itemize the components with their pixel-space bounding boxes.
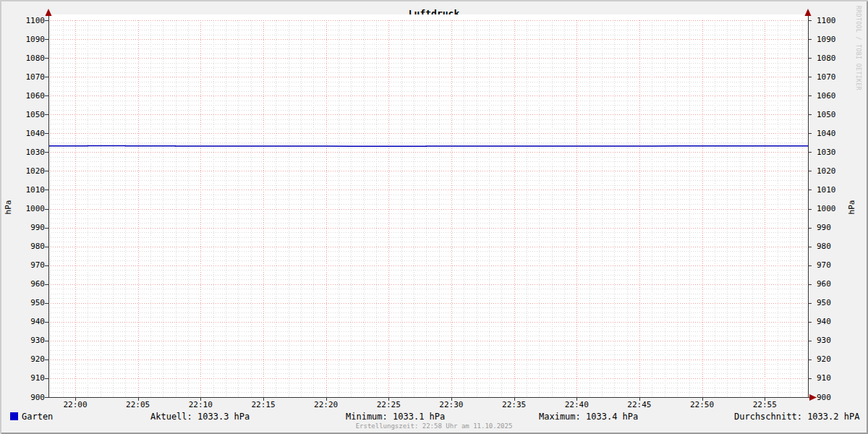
pressure-line <box>49 145 808 146</box>
y-tick-label-right: 970 <box>817 260 849 270</box>
x-tick-label: 22:25 <box>370 400 407 409</box>
y-tick-label-left: 940 <box>0 317 45 326</box>
y-tick-label-right: 920 <box>817 354 849 364</box>
y-tick-label-left: 990 <box>0 223 45 232</box>
y-tick-label-left: 1030 <box>0 148 45 157</box>
x-tick-label: 22:55 <box>746 400 783 409</box>
x-tick-label: 22:10 <box>182 400 218 409</box>
y-tick-label-right: 960 <box>817 279 849 289</box>
x-axis-arrow <box>809 394 817 401</box>
y-tick-label-right: 1040 <box>817 129 849 138</box>
y-tick-label-left: 910 <box>0 373 45 383</box>
y-axis-arrow-right <box>805 9 812 16</box>
y-tick-label-right: 1090 <box>817 35 849 44</box>
x-tick-label: 22:45 <box>621 400 658 409</box>
legend-aktuell: Aktuell: 1033.3 hPa <box>150 412 250 422</box>
y-tick-label-right: 1070 <box>817 72 849 82</box>
y-tick-label-left: 1020 <box>0 166 45 176</box>
x-tick-label: 22:50 <box>684 400 720 409</box>
legend-durchschnitt: Durchschnitt: 1033.2 hPA <box>734 412 859 422</box>
y-tick-label-right: 980 <box>817 242 849 251</box>
rrdtool-pressure-graph: Luftdruck 900910920930940950960970980990… <box>0 0 868 434</box>
y-tick-label-left: 980 <box>0 242 45 251</box>
y-tick-label-right: 950 <box>817 298 849 307</box>
x-tick-label: 22:20 <box>308 400 344 409</box>
y-tick-label-right: 1010 <box>817 185 849 195</box>
x-tick-label: 22:15 <box>245 400 281 409</box>
y-tick-label-left: 920 <box>0 354 45 364</box>
y-tick-label-left: 1010 <box>0 185 45 195</box>
y-tick-label-left: 1050 <box>0 110 45 119</box>
y-tick-label-left: 1100 <box>0 16 45 25</box>
y-tick-label-right: 1000 <box>817 204 849 213</box>
legend-maximum: Maximum: 1033.4 hPa <box>539 412 638 422</box>
x-tick-label: 22:30 <box>433 400 469 409</box>
x-tick-label: 22:00 <box>57 400 93 409</box>
y-tick-label-left: 1040 <box>0 129 45 138</box>
y-tick-label-right: 1050 <box>817 110 849 119</box>
y-tick-label-left: 930 <box>0 336 45 345</box>
rrdtool-watermark: RRDTOOL / TOBI OETIKER <box>855 6 861 90</box>
y-tick-label-right: 1030 <box>817 148 849 157</box>
y-tick-label-left: 1060 <box>0 91 45 101</box>
x-tick-label: 22:35 <box>496 400 532 409</box>
y-tick-label-left: 1070 <box>0 72 45 82</box>
y-tick-label-right: 990 <box>817 223 849 232</box>
y-tick-label-left: 950 <box>0 298 45 307</box>
plot-area <box>0 0 868 434</box>
x-tick-label: 22:05 <box>120 400 156 409</box>
series-swatch <box>10 412 18 420</box>
y-tick-label-right: 930 <box>817 336 849 345</box>
y-axis-unit-right: hPa <box>847 197 856 218</box>
y-tick-label-right: 1020 <box>817 166 849 176</box>
y-tick-label-left: 1090 <box>0 35 45 44</box>
y-tick-label-right: 1080 <box>817 54 849 63</box>
y-axis-arrow-left <box>46 9 52 16</box>
y-axis-unit-left: hPa <box>4 197 13 218</box>
y-tick-label-left: 960 <box>0 279 45 289</box>
creation-time: Erstellungszeit: 22:58 Uhr am 11.10.2025 <box>0 422 868 430</box>
x-tick-label: 22:40 <box>558 400 595 409</box>
y-tick-label-right: 940 <box>817 317 849 326</box>
y-tick-label-right: 1060 <box>817 91 849 101</box>
y-tick-label-right: 910 <box>817 373 849 383</box>
legend-minimum: Minimum: 1033.1 hPa <box>346 412 445 422</box>
y-tick-label-left: 970 <box>0 260 45 270</box>
y-tick-label-left: 900 <box>0 393 45 402</box>
y-tick-label-right: 1100 <box>817 16 849 25</box>
y-tick-label-left: 1080 <box>0 54 45 63</box>
series-label: Garten <box>22 412 53 422</box>
y-tick-label-right: 900 <box>817 393 849 402</box>
plot-canvas <box>48 14 808 397</box>
